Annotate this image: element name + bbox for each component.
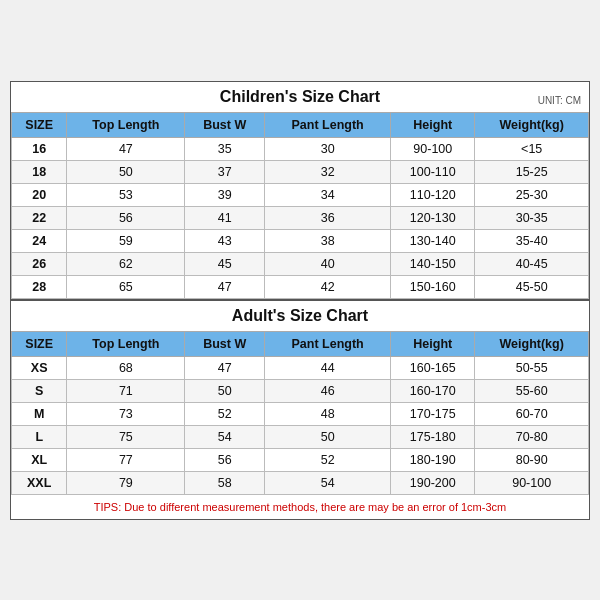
table-row: XS684744160-16550-55	[12, 356, 589, 379]
table-row: M735248170-17560-70	[12, 402, 589, 425]
col-weight: Weight(kg)	[475, 112, 589, 137]
adult-title: Adult's Size Chart	[232, 307, 368, 324]
table-row: XL775652180-19080-90	[12, 448, 589, 471]
adult-col-top-length: Top Length	[67, 331, 185, 356]
table-row: 18503732100-11015-25	[12, 160, 589, 183]
adult-col-size: SIZE	[12, 331, 67, 356]
table-row: 26624540140-15040-45	[12, 252, 589, 275]
table-row: 1647353090-100<15	[12, 137, 589, 160]
adult-table: SIZE Top Length Bust W Pant Length Heigh…	[11, 331, 589, 495]
tips-text: TIPS: Due to different measurement metho…	[11, 495, 589, 519]
table-row: 24594338130-14035-40	[12, 229, 589, 252]
table-row: S715046160-17055-60	[12, 379, 589, 402]
unit-label: UNIT: CM	[538, 95, 581, 106]
children-title: Children's Size Chart	[220, 88, 380, 105]
size-chart: Children's Size Chart UNIT: CM SIZE Top …	[10, 81, 590, 520]
table-row: L755450175-18070-80	[12, 425, 589, 448]
adult-header: Adult's Size Chart	[11, 299, 589, 331]
col-size: SIZE	[12, 112, 67, 137]
children-header: Children's Size Chart UNIT: CM	[11, 82, 589, 112]
table-row: 28654742150-16045-50	[12, 275, 589, 298]
col-bust-w: Bust W	[185, 112, 265, 137]
table-row: XXL795854190-20090-100	[12, 471, 589, 494]
adult-col-bust-w: Bust W	[185, 331, 265, 356]
adult-col-pant-length: Pant Length	[265, 331, 391, 356]
col-height: Height	[391, 112, 475, 137]
col-pant-length: Pant Length	[265, 112, 391, 137]
col-top-length: Top Length	[67, 112, 185, 137]
adult-header-row: SIZE Top Length Bust W Pant Length Heigh…	[12, 331, 589, 356]
table-row: 20533934110-12025-30	[12, 183, 589, 206]
children-header-row: SIZE Top Length Bust W Pant Length Heigh…	[12, 112, 589, 137]
adult-col-height: Height	[391, 331, 475, 356]
children-table: SIZE Top Length Bust W Pant Length Heigh…	[11, 112, 589, 299]
table-row: 22564136120-13030-35	[12, 206, 589, 229]
adult-col-weight: Weight(kg)	[475, 331, 589, 356]
